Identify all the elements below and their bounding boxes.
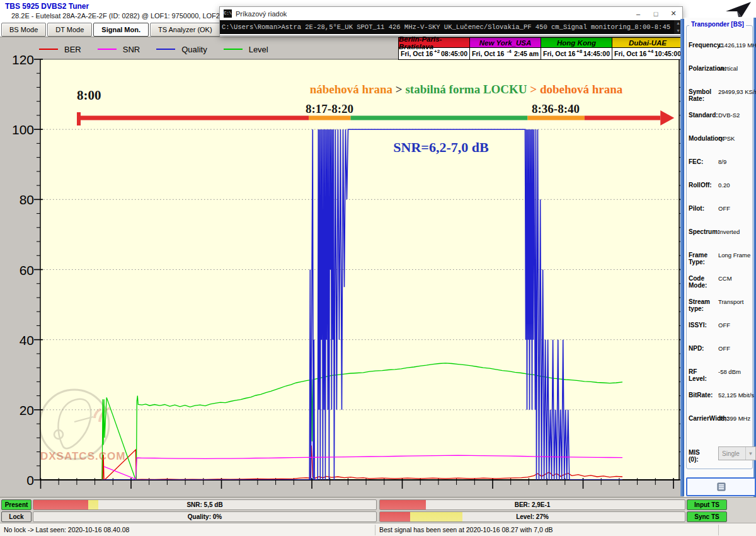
y-tick-label-120: 120 — [3, 52, 34, 67]
clock-time: 2:45 am — [514, 50, 539, 57]
maximize-button[interactable]: □ — [647, 7, 665, 20]
tp-label-fec: FEC: — [689, 158, 703, 165]
minimize-button[interactable]: – — [629, 7, 647, 20]
snr-range-annotation: SNR=6,2-7,0 dB — [353, 139, 529, 156]
mis-selected-value: Single — [722, 450, 740, 457]
tab-signal-mon-[interactable]: Signal Mon. — [93, 23, 149, 37]
clock-time: 10:45:00 — [655, 50, 681, 57]
phase-annotation-part: stabilná forma LOCKU — [405, 83, 527, 96]
clock-time-row: Fri, Oct 16-42:45 am — [470, 48, 541, 59]
app-title: TBS 5925 DVBS2 Tuner — [5, 2, 89, 11]
bar-value-label: Quality: 0% — [33, 512, 376, 521]
indicator-lock: Lock — [1, 511, 32, 522]
clock-utc-offset: +2 — [433, 49, 441, 54]
tp-label-issyi: ISSYI: — [689, 322, 707, 329]
y-tick-label-60: 60 — [3, 263, 34, 278]
indicator-present: Present — [1, 499, 32, 510]
tab-bs-mode[interactable]: BS Mode — [1, 23, 46, 37]
tp-value-rolloff: 0.20 — [718, 182, 730, 189]
cmd-window-title: Príkazový riadok — [236, 10, 629, 18]
tp-value-pilot: OFF — [718, 205, 730, 212]
tp-value-modulation: QPSK — [718, 135, 735, 142]
tp-value-spectrum: Inverted — [718, 228, 740, 235]
tp-label-codemode: Code Mode: — [689, 275, 707, 289]
tp-value-frequency: 11426,119 MHz — [718, 42, 756, 49]
tp-value-fec: 8/9 — [718, 158, 726, 165]
clock-dubai-uae: Dubai-UAEFri, Oct 16+410:45:00 — [612, 37, 684, 60]
transponder-panel-title: Transponder [BS] — [689, 21, 746, 28]
tp-label-frequency: Frequency: — [689, 42, 723, 49]
tab-ts-analyzer-ok-[interactable]: TS Analyzer (OK) — [150, 23, 220, 37]
signal-monitor-chart-area: BERSNRQualityLevel nábehová hrana > stab… — [0, 37, 684, 497]
tp-label-rflevel: RF Level: — [689, 368, 707, 382]
clock-utc-offset: +8 — [575, 49, 583, 54]
clock-utc-offset: -4 — [504, 49, 514, 54]
tp-value-rflevel: -58 dBm — [718, 368, 741, 375]
close-button[interactable]: ✕ — [665, 7, 682, 20]
clock-city-label: New York_USA — [470, 38, 541, 48]
lock-status-text: No lock -> Last seen: 2020-10-16 08.40.0… — [4, 526, 129, 533]
progress-bar-level: Level: 27% — [379, 511, 685, 522]
scroll-down-icon[interactable]: ▼ — [676, 28, 680, 34]
clock-date: Fri, Oct 16 — [543, 50, 575, 57]
y-tick-label-0: 0 — [3, 473, 34, 488]
indicator-input-ts: Input TS — [687, 499, 727, 510]
best-signal-text: Best signal has been seen at 2020-10-16 … — [379, 526, 553, 533]
cmd-title-bar[interactable]: C:\ Príkazový riadok – □ ✕ — [220, 7, 682, 20]
tp-label-streamtype: Stream type: — [689, 298, 710, 312]
clock-date: Fri, Oct 16 — [614, 50, 646, 57]
lock-start-time-label: 8:17-8:20 — [279, 102, 380, 116]
tp-value-frametype: Long Frame — [718, 252, 750, 259]
clock-time-row: Fri, Oct 16+410:45:00 — [612, 48, 683, 59]
tp-value-issyi: OFF — [718, 322, 730, 329]
mis-dropdown[interactable]: Single ▼ — [718, 446, 756, 460]
watermark-text: DXSATCS.COM — [40, 450, 125, 463]
dart-logo-icon — [724, 1, 753, 18]
stream-stack-icon — [716, 482, 727, 491]
tp-label-mis: MIS (0): — [689, 449, 700, 463]
status-divider — [718, 525, 719, 535]
tp-label-npd: NPD: — [689, 345, 704, 352]
y-tick-label-80: 80 — [3, 192, 34, 207]
clock-berlin-paris-bratislava: Berlin-Paris-BratislavaFri, Oct 16+208:4… — [398, 37, 470, 60]
tp-value-symbolrate: 29499,93 KS/s — [718, 88, 756, 95]
clock-time: 14:45:00 — [583, 50, 610, 57]
tp-value-codemode: CCM — [718, 275, 732, 282]
clock-city-label: Berlin-Paris-Bratislava — [399, 38, 469, 48]
tp-label-bitrate: BitRate: — [689, 392, 713, 399]
bar-value-label: Level: 27% — [380, 512, 685, 521]
chevron-down-icon: ▼ — [745, 447, 755, 460]
tp-value-carrierwidth: 35,399 MHz — [718, 415, 750, 422]
tp-label-standard: Standard: — [689, 112, 718, 119]
cmd-prompt-icon: C:\ — [224, 9, 232, 18]
tp-value-standard: DVB-S2 — [718, 112, 740, 119]
clock-city-label: Hong Kong — [541, 38, 612, 48]
status-divider — [375, 525, 375, 535]
y-tick-label-20: 20 — [3, 403, 34, 418]
tp-label-pilot: Pilot: — [689, 205, 704, 212]
tp-value-polarization: Vertical — [718, 65, 738, 72]
status-bar: No lock -> Last seen: 2020-10-16 08.40.0… — [0, 523, 756, 536]
progress-bar-quality: Quality: 0% — [33, 511, 377, 522]
start-time-label: 8:00 — [77, 88, 101, 103]
phase-annotation-part: > — [527, 83, 540, 96]
scroll-up-icon[interactable]: ▲ — [676, 20, 680, 26]
command-prompt-window: C:\ Príkazový riadok – □ ✕ C:\Users\Roma… — [219, 6, 683, 36]
clock-date: Fri, Oct 16 — [472, 50, 504, 57]
world-clocks: Berlin-Paris-BratislavaFri, Oct 16+208:4… — [399, 37, 684, 60]
cmd-console[interactable]: C:\Users\Roman>Astra 2E-28,5°E_UK SPOT_1… — [220, 20, 682, 34]
phase-annotation-part: nábehová hrana — [310, 83, 392, 96]
tp-label-rolloff: RollOff: — [689, 182, 712, 189]
mode-tabs: BS ModeDT ModeSignal Mon.TS Analyzer (OK… — [1, 23, 220, 37]
bar-value-label: SNR: 5,5 dB — [33, 500, 376, 510]
lock-end-time-label: 8:36-8:40 — [505, 102, 606, 116]
stream-reader-button[interactable] — [686, 477, 756, 496]
phase-annotation: nábehová hrana > stabilná forma LOCKU > … — [265, 83, 668, 96]
clock-time: 08:45:00 — [441, 50, 467, 57]
tab-dt-mode[interactable]: DT Mode — [47, 23, 92, 37]
clock-city-label: Dubai-UAE — [612, 38, 683, 48]
tp-value-npd: OFF — [718, 345, 730, 352]
cmd-command-line: C:\Users\Roman>Astra 2E-28,5°E_UK SPOT_1… — [220, 20, 674, 34]
tp-value-streamtype: Transport — [718, 298, 743, 305]
phase-annotation-part: > — [392, 83, 405, 96]
